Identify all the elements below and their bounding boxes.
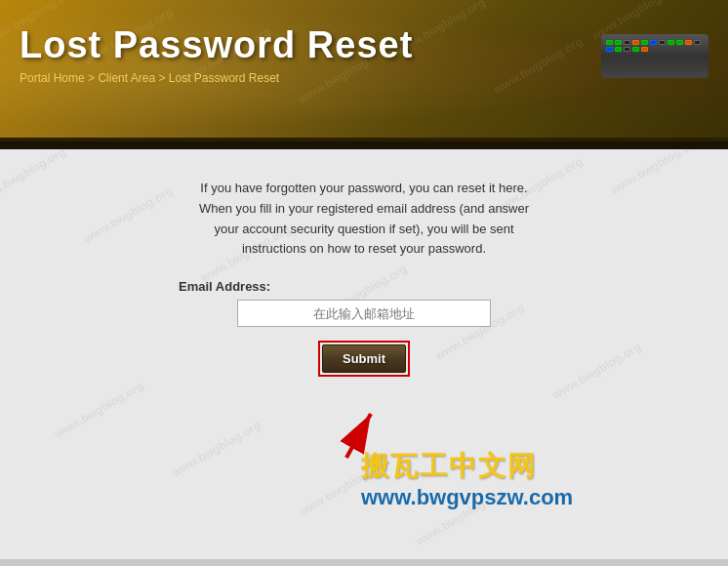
- mwm12: www.bwgblog.org: [608, 149, 702, 197]
- submit-highlight: Submit: [322, 344, 406, 373]
- breadcrumb-client-area[interactable]: Client Area: [98, 71, 155, 85]
- page-title: Lost Password Reset: [20, 24, 708, 66]
- form-container: If you have forgotten your password, you…: [159, 179, 569, 373]
- header-content: Lost Password Reset Portal Home > Client…: [0, 0, 728, 95]
- svg-line-1: [346, 414, 371, 458]
- breadcrumb-portal-home[interactable]: Portal Home: [20, 71, 85, 85]
- breadcrumb-current[interactable]: Lost Password Reset: [169, 71, 279, 85]
- breadcrumb: Portal Home > Client Area > Lost Passwor…: [20, 71, 708, 85]
- brand-overlay: 搬瓦工中文网 www.bwgvpszw.com: [361, 448, 573, 510]
- breadcrumb-sep2: >: [158, 71, 168, 85]
- brand-chinese-text: 搬瓦工中文网: [361, 451, 537, 481]
- main-content: www.bwgblog.org www.bwgblog.org www.bwgb…: [0, 149, 728, 559]
- mwm9: www.bwgblog.org: [169, 418, 263, 480]
- mwm11: www.bwgblog.org: [413, 486, 506, 548]
- email-label: Email Address:: [179, 279, 569, 294]
- breadcrumb-sep1: >: [88, 71, 98, 85]
- description-text: If you have forgotten your password, you…: [188, 179, 540, 260]
- mwm10: www.bwgblog.org: [296, 457, 389, 519]
- red-arrow-svg: [337, 394, 395, 463]
- mwm8: www.bwgblog.org: [52, 379, 145, 441]
- email-wrapper: [159, 300, 569, 327]
- brand-url-text: www.bwgvpszw.com: [361, 485, 573, 510]
- separator-bar: [0, 142, 728, 149]
- header-banner: www.bwgblog.org www.bwgblog.org www.bwgb…: [0, 0, 728, 142]
- arrow-annotation: [337, 394, 395, 466]
- submit-button[interactable]: Submit: [322, 344, 406, 373]
- submit-wrapper: Submit: [159, 344, 569, 373]
- mwm1: www.bwgblog.org: [0, 149, 67, 207]
- email-input[interactable]: [237, 300, 491, 327]
